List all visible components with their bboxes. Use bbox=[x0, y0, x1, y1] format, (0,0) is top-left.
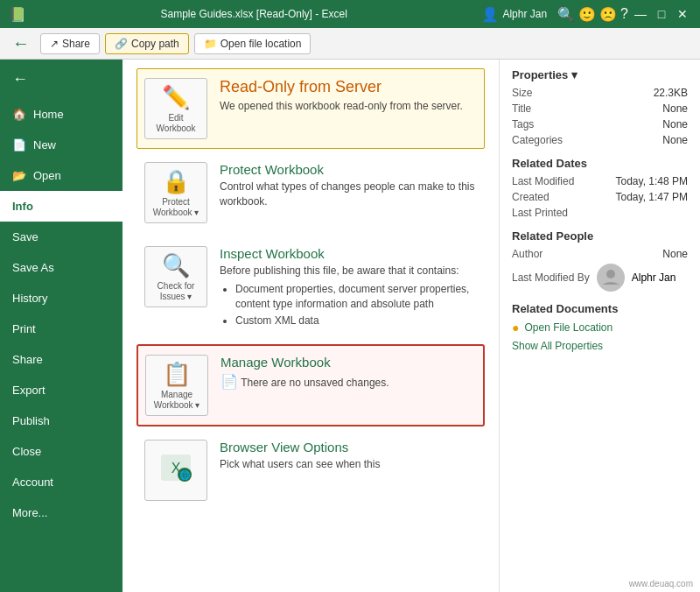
browser-title: Browser View Options bbox=[220, 440, 477, 455]
protect-title: Protect Workbook bbox=[220, 162, 477, 177]
protect-card: 🔒 ProtectWorkbook ▾ Protect Workbook Con… bbox=[136, 152, 485, 233]
user-icon: 👤 bbox=[481, 6, 499, 23]
sidebar-item-save-as[interactable]: Save As bbox=[0, 252, 122, 283]
show-all-properties-link[interactable]: Show All Properties bbox=[512, 340, 603, 352]
manage-icon: 📋 bbox=[163, 361, 191, 388]
inspect-list-item-1: Document properties, document server pro… bbox=[235, 282, 477, 312]
sidebar-item-share[interactable]: Share bbox=[0, 344, 122, 375]
readonly-title: Read-Only from Server bbox=[220, 78, 477, 96]
inspect-list: Document properties, document server pro… bbox=[235, 282, 477, 328]
manage-workbook-label: ManageWorkbook ▾ bbox=[154, 390, 200, 411]
manage-desc: 📄 There are no unsaved changes. bbox=[220, 372, 476, 391]
inspect-content: Inspect Workbook Before publishing this … bbox=[220, 246, 477, 331]
protect-workbook-label: ProtectWorkbook ▾ bbox=[153, 197, 200, 218]
sidebar-item-new[interactable]: 📄 New bbox=[0, 130, 122, 160]
prop-categories: Categories None bbox=[512, 134, 688, 146]
inspect-list-item-2: Custom XML data bbox=[235, 314, 477, 328]
close-button[interactable]: ✕ bbox=[674, 5, 691, 23]
last-modified-user: Alphr Jan bbox=[632, 271, 676, 284]
sidebar-item-open[interactable]: 📂 Open bbox=[0, 160, 122, 191]
copy-path-button[interactable]: 🔗 Copy path bbox=[105, 33, 189, 54]
browser-content: Browser View Options Pick what users can… bbox=[220, 440, 477, 472]
watermark: www.deuaq.com bbox=[629, 579, 693, 588]
sidebar-item-account[interactable]: Account bbox=[0, 467, 122, 497]
related-docs-title: Related Documents bbox=[512, 302, 688, 315]
title-bar-controls: 👤 Alphr Jan 🔍 🙂 🙁 ? — □ ✕ bbox=[481, 5, 691, 23]
main-layout: ← 🏠 Home 📄 New 📂 Open Info Save Save As … bbox=[0, 60, 700, 592]
excel-icon: 📗 bbox=[9, 6, 26, 23]
browser-view-button[interactable]: X 🌐 bbox=[144, 440, 207, 501]
manage-content: Manage Workbook 📄 There are no unsaved c… bbox=[220, 355, 476, 391]
related-dates-title: Related Dates bbox=[512, 157, 688, 170]
toolbar: ← ↗ Share 🔗 Copy path 📁 Open file locati… bbox=[0, 28, 700, 60]
sidebar-back-button[interactable]: ← bbox=[0, 60, 122, 99]
prop-tags: Tags None bbox=[512, 118, 688, 130]
svg-text:🌐: 🌐 bbox=[179, 469, 191, 481]
prop-created: Created Today, 1:47 PM bbox=[512, 191, 688, 203]
title-bar: 📗 Sample Guides.xlsx [Read-Only] - Excel… bbox=[0, 0, 700, 28]
help-icon: ? bbox=[620, 6, 628, 22]
browser-icon: X 🌐 bbox=[160, 452, 192, 489]
protect-desc: Control what types of changes people can… bbox=[220, 180, 477, 209]
right-panel: Properties ▾ Size 22.3KB Title None Tags… bbox=[499, 60, 700, 592]
sidebar-item-export[interactable]: Export bbox=[0, 375, 122, 405]
readonly-desc: We opened this workbook read-only from t… bbox=[220, 99, 477, 114]
last-modified-by-row: Last Modified By Alphr Jan bbox=[512, 264, 688, 292]
inspect-title: Inspect Workbook bbox=[220, 246, 477, 261]
manage-workbook-button[interactable]: 📋 ManageWorkbook ▾ bbox=[145, 355, 208, 416]
title-bar-left: 📗 bbox=[9, 6, 26, 23]
last-modified-by-label: Last Modified By bbox=[512, 271, 590, 284]
search-icon: 🔍 bbox=[557, 6, 575, 23]
protect-content: Protect Workbook Control what types of c… bbox=[220, 162, 477, 209]
title-bar-title: Sample Guides.xlsx [Read-Only] - Excel bbox=[26, 8, 481, 20]
properties-title: Properties ▾ bbox=[512, 68, 688, 81]
sidebar-item-more[interactable]: More... bbox=[0, 497, 122, 528]
edit-workbook-label: EditWorkbook bbox=[157, 113, 196, 134]
check-issues-button[interactable]: 🔍 Check forIssues ▾ bbox=[144, 246, 207, 307]
open-file-location-link[interactable]: ● Open File Location bbox=[512, 321, 688, 335]
prop-last-printed: Last Printed bbox=[512, 207, 688, 219]
username-label: Alphr Jan bbox=[502, 8, 547, 20]
protect-workbook-button[interactable]: 🔒 ProtectWorkbook ▾ bbox=[144, 162, 207, 223]
sidebar-item-history[interactable]: History bbox=[0, 283, 122, 314]
dot-icon: ● bbox=[512, 321, 519, 335]
open-icon: 📂 bbox=[12, 169, 26, 182]
open-file-location-button[interactable]: 📁 Open file location bbox=[194, 33, 312, 54]
sidebar-item-home[interactable]: 🏠 Home bbox=[0, 99, 122, 130]
browser-desc: Pick what users can see when this bbox=[220, 457, 477, 472]
maximize-button[interactable]: □ bbox=[653, 5, 670, 23]
manage-title: Manage Workbook bbox=[220, 355, 476, 370]
inspect-card: 🔍 Check forIssues ▾ Inspect Workbook Bef… bbox=[136, 236, 485, 341]
svg-point-4 bbox=[606, 270, 615, 278]
folder-icon: 📁 bbox=[204, 38, 217, 50]
prop-last-modified: Last Modified Today, 1:48 PM bbox=[512, 175, 688, 187]
back-arrow-button[interactable]: ← bbox=[7, 33, 35, 53]
sidebar-item-close[interactable]: Close bbox=[0, 436, 122, 467]
back-icon: ← bbox=[12, 70, 28, 88]
share-icon: ↗ bbox=[50, 38, 59, 50]
sad-icon: 🙁 bbox=[599, 6, 617, 23]
browser-card: X 🌐 Browser View Options Pick what users… bbox=[136, 430, 485, 511]
sidebar: ← 🏠 Home 📄 New 📂 Open Info Save Save As … bbox=[0, 60, 122, 592]
edit-workbook-button[interactable]: ✏️ EditWorkbook bbox=[144, 78, 207, 139]
content-area: ✏️ EditWorkbook Read-Only from Server We… bbox=[122, 60, 700, 592]
sidebar-item-info[interactable]: Info bbox=[0, 191, 122, 222]
inspect-desc: Before publishing this file, be aware th… bbox=[220, 264, 477, 328]
lock-icon: 🔒 bbox=[162, 168, 190, 195]
readonly-card: ✏️ EditWorkbook Read-Only from Server We… bbox=[136, 68, 485, 149]
new-icon: 📄 bbox=[12, 138, 26, 152]
prop-title: Title None bbox=[512, 102, 688, 115]
sidebar-item-publish[interactable]: Publish bbox=[0, 405, 122, 436]
share-button[interactable]: ↗ Share bbox=[40, 33, 100, 54]
inspect-icon: 🔍 bbox=[162, 252, 190, 279]
edit-icon: ✏️ bbox=[162, 84, 190, 111]
readonly-content: Read-Only from Server We opened this wor… bbox=[220, 78, 477, 114]
sidebar-item-save[interactable]: Save bbox=[0, 222, 122, 252]
happy-icon: 🙂 bbox=[578, 6, 596, 23]
minimize-button[interactable]: — bbox=[632, 5, 649, 23]
avatar bbox=[597, 264, 625, 292]
check-issues-label: Check forIssues ▾ bbox=[158, 281, 195, 302]
manage-card: 📋 ManageWorkbook ▾ Manage Workbook 📄 The… bbox=[136, 344, 485, 426]
sidebar-item-print[interactable]: Print bbox=[0, 314, 122, 344]
related-people-title: Related People bbox=[512, 229, 688, 243]
